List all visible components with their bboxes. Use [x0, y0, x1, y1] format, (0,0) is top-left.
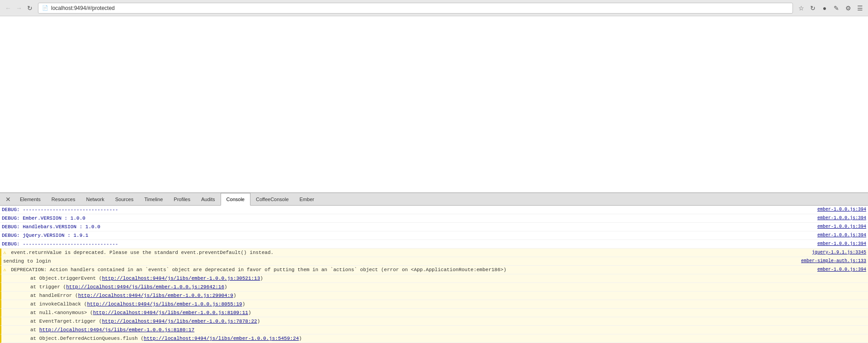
- console-row: DEBUG: -------------------------------- …: [0, 206, 868, 214]
- console-message: ⚠ event.returnValue is deprecated. Pleas…: [3, 249, 274, 256]
- devtools-panel: ✕ Elements Resources Network Sources Tim…: [0, 193, 868, 343]
- tab-coffee-console[interactable]: CoffeeConsole: [250, 193, 294, 206]
- stack-trace-text: at null.<anonymous> (http://localhost:94…: [3, 309, 251, 316]
- stack-trace-row: at invokeCallback (http://localhost:9494…: [0, 300, 868, 309]
- tab-profiles[interactable]: Profiles: [168, 193, 196, 206]
- console-warning-row: sending to login ember-simple-auth.js:13…: [0, 257, 868, 266]
- console-message: DEBUG: Ember.VERSION : 1.0.0: [2, 215, 85, 222]
- stack-link[interactable]: http://localhost:9494/js/libs/ember-1.0.…: [66, 284, 224, 290]
- tab-sources[interactable]: Sources: [110, 193, 139, 206]
- stack-trace-text: at EventTarget.trigger (http://localhost…: [3, 318, 260, 325]
- console-source-link[interactable]: ember-1.0.0.js:394: [814, 206, 866, 213]
- stack-trace-row: at trigger (http://localhost:9494/js/lib…: [0, 283, 868, 291]
- stack-trace-text: at http://localhost:9494/js/libs/ember-1…: [3, 326, 194, 334]
- stack-trace-text: at trigger (http://localhost:9494/js/lib…: [3, 283, 227, 291]
- warning-text: sending to login: [3, 258, 51, 264]
- menu-icon[interactable]: ☰: [855, 4, 864, 13]
- console-message: ⚠ DEPRECATION: Action handlers contained…: [3, 266, 506, 273]
- url-text: localhost:9494/#/protected: [51, 5, 115, 11]
- console-source-link[interactable]: ember-1.0.0.js:394: [814, 232, 866, 239]
- stack-link[interactable]: http://localhost:9494/js/libs/ember-1.0.…: [39, 327, 194, 333]
- console-deprecation-row: ⚠ DEPRECATION: Action handlers contained…: [0, 266, 868, 274]
- warning-text: event.returnValue is deprecated. Please …: [11, 250, 274, 255]
- stack-trace-row: at Object.triggerEvent (http://localhost…: [0, 274, 868, 283]
- tab-resources[interactable]: Resources: [46, 193, 81, 206]
- stack-link[interactable]: http://localhost:9494/js/libs/ember-1.0.…: [93, 310, 248, 315]
- stack-trace-row: at EventTarget.trigger (http://localhost…: [0, 317, 868, 326]
- console-source-link[interactable]: jquery-1.9.1.js:3345: [808, 249, 866, 256]
- stack-trace-text: at Object.triggerEvent (http://localhost…: [3, 275, 263, 282]
- stack-trace-text: at invokeCallback (http://localhost:9494…: [3, 301, 245, 308]
- back-button[interactable]: ←: [4, 4, 13, 13]
- stack-trace-row: at Object.DeferredActionQueues.flush (ht…: [0, 334, 868, 343]
- console-row: DEBUG: Ember.VERSION : 1.0.0 ember-1.0.0…: [0, 214, 868, 223]
- console-row: DEBUG: jQuery.VERSION : 1.9.1 ember-1.0.…: [0, 231, 868, 240]
- console-message: DEBUG: jQuery.VERSION : 1.9.1: [2, 232, 88, 239]
- tab-network[interactable]: Network: [80, 193, 109, 206]
- warning-icon: ⚠: [3, 250, 6, 255]
- console-warning-row: ⚠ event.returnValue is deprecated. Pleas…: [0, 249, 868, 257]
- console-source-link[interactable]: ember-1.0.0.js:394: [814, 223, 866, 230]
- console-message: DEBUG: --------------------------------: [2, 206, 118, 213]
- gear-icon[interactable]: ⚙: [844, 4, 853, 13]
- console-output: DEBUG: -------------------------------- …: [0, 206, 868, 343]
- main-content: [0, 16, 868, 193]
- stack-trace-row: at null.<anonymous> (http://localhost:94…: [0, 309, 868, 317]
- console-source-link[interactable]: ember-1.0.0.js:394: [814, 215, 866, 222]
- devtools-tabs: ✕ Elements Resources Network Sources Tim…: [0, 193, 868, 206]
- page-icon: 📄: [42, 5, 48, 11]
- tab-timeline[interactable]: Timeline: [139, 193, 168, 206]
- stack-link[interactable]: http://localhost:9494/js/libs/ember-1.0.…: [144, 336, 299, 341]
- stack-link[interactable]: http://localhost:9494/js/libs/ember-1.0.…: [102, 276, 260, 281]
- console-row: DEBUG: Handlebars.VERSION : 1.0.0 ember-…: [0, 223, 868, 231]
- forward-button[interactable]: →: [14, 4, 24, 13]
- console-source-link[interactable]: ember-1.0.0.js:394: [814, 266, 866, 273]
- amazon-icon[interactable]: ●: [820, 4, 829, 13]
- nav-buttons: ← → ↻: [4, 4, 34, 13]
- stack-link[interactable]: http://localhost:9494/js/libs/ember-1.0.…: [87, 301, 242, 307]
- tab-audits[interactable]: Audits: [196, 193, 221, 206]
- stack-link[interactable]: http://localhost:9494/js/libs/ember-1.0.…: [102, 319, 257, 324]
- stack-link[interactable]: http://localhost:9494/js/libs/ember-1.0.…: [78, 293, 233, 298]
- browser-actions: ☆ ↻ ● ✎ ⚙ ☰: [797, 4, 864, 13]
- stack-trace-row: at http://localhost:9494/js/libs/ember-1…: [0, 326, 868, 334]
- stack-trace-text: at Object.DeferredActionQueues.flush (ht…: [3, 335, 302, 342]
- stack-trace-text: at handleError (http://localhost:9494/js…: [3, 292, 236, 299]
- console-row: DEBUG: -------------------------------- …: [0, 240, 868, 249]
- browser-chrome: ← → ↻ 📄 localhost:9494/#/protected ☆ ↻ ●…: [0, 0, 868, 16]
- pencil-icon[interactable]: ✎: [832, 4, 841, 13]
- warning-icon: ⚠: [3, 267, 6, 273]
- console-source-link[interactable]: ember-1.0.0.js:394: [814, 240, 866, 248]
- tab-elements[interactable]: Elements: [14, 193, 46, 206]
- console-source-link[interactable]: ember-simple-auth.js:133: [797, 258, 866, 265]
- refresh-cache-icon[interactable]: ↻: [808, 4, 817, 13]
- stack-trace-row: at handleError (http://localhost:9494/js…: [0, 291, 868, 300]
- console-message: DEBUG: Handlebars.VERSION : 1.0.0: [2, 223, 100, 230]
- tab-console[interactable]: Console: [221, 193, 250, 206]
- console-message: sending to login: [3, 258, 51, 265]
- bookmark-icon[interactable]: ☆: [797, 4, 806, 13]
- deprecation-text: DEPRECATION: Action handlers contained i…: [11, 267, 506, 273]
- address-bar[interactable]: 📄 localhost:9494/#/protected: [38, 3, 793, 14]
- console-message: DEBUG: --------------------------------: [2, 240, 118, 248]
- tab-ember[interactable]: Ember: [294, 193, 320, 206]
- devtools-close-button[interactable]: ✕: [2, 196, 14, 203]
- refresh-button[interactable]: ↻: [25, 4, 34, 13]
